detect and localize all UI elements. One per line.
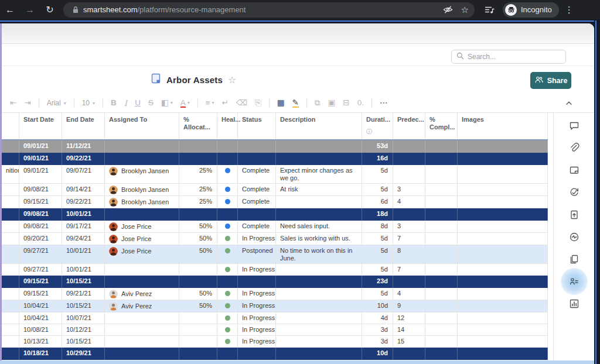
cell-start-date[interactable]: 09/08/21 — [19, 208, 62, 221]
cell-allocation[interactable] — [179, 324, 217, 335]
table-row[interactable]: 09/08/2110/01/2118d — [2, 208, 548, 221]
proofs-icon[interactable] — [569, 165, 579, 176]
cell-duration[interactable]: 3d — [362, 324, 393, 335]
attachments-icon[interactable] — [569, 143, 579, 153]
cell-duration[interactable]: 16d — [362, 153, 393, 165]
cell-task-name[interactable] — [2, 300, 19, 312]
cell-description[interactable]: Expect minor changes as we go. — [276, 165, 362, 183]
publish-icon[interactable] — [569, 210, 579, 220]
cell-images[interactable] — [458, 336, 548, 347]
cell-predecessor[interactable]: 4 — [393, 288, 425, 300]
column-header[interactable]: Durati...ⓘ — [362, 113, 393, 139]
grid-view-icon[interactable]: ▦ — [277, 98, 285, 108]
number-format-icon[interactable]: 0. — [357, 98, 364, 108]
incognito-badge[interactable]: Incognito — [503, 2, 559, 18]
cell-assigned-to[interactable]: Jose Price — [105, 221, 179, 232]
cell-assigned-to[interactable] — [105, 348, 179, 360]
cell-allocation[interactable]: 50% — [179, 245, 217, 263]
cell-assigned-to[interactable]: Jose Price — [105, 245, 179, 263]
table-row[interactable]: 10/04/2110/07/21In Progress4d12 — [2, 313, 548, 324]
cell-images[interactable] — [458, 300, 548, 312]
cell-allocation[interactable]: 50% — [179, 300, 217, 312]
duration-info-icon[interactable]: ⓘ — [366, 128, 389, 135]
cell-description[interactable]: No time to work on this in June. — [276, 245, 362, 263]
column-header[interactable] — [2, 113, 19, 139]
cell-health[interactable] — [217, 348, 238, 360]
url-bar[interactable]: smartsheet.com/platform/resource-managem… — [63, 2, 475, 18]
fill-color-icon[interactable]: ◧▾ — [161, 98, 173, 108]
reload-button[interactable]: ↻ — [40, 4, 60, 15]
cell-health[interactable] — [217, 313, 238, 324]
favorite-star-icon[interactable]: ☆ — [228, 74, 236, 85]
cell-images[interactable] — [458, 245, 548, 263]
cell-start-date[interactable]: 10/18/21 — [19, 348, 62, 360]
cell-health[interactable] — [217, 153, 238, 165]
cell-task-name[interactable] — [2, 140, 19, 153]
cell-percent-complete[interactable] — [425, 153, 458, 165]
cell-task-name[interactable] — [2, 245, 19, 263]
table-row[interactable]: 09/15/2109/22/21Brooklyn Jansen25%Comple… — [2, 196, 548, 208]
cell-start-date[interactable]: 09/01/21 — [19, 140, 62, 153]
cell-predecessor[interactable] — [393, 208, 425, 221]
cell-duration[interactable]: 53d — [362, 140, 393, 153]
cell-assigned-to[interactable] — [105, 208, 179, 221]
cell-percent-complete[interactable] — [425, 276, 458, 288]
cell-start-date[interactable]: 09/27/21 — [19, 264, 62, 275]
outdent-icon[interactable]: ⇤ — [10, 98, 16, 108]
cell-health[interactable] — [217, 276, 238, 288]
cell-status[interactable]: Complete — [238, 165, 276, 183]
cell-task-name[interactable] — [2, 208, 19, 221]
cell-task-name[interactable] — [2, 276, 19, 288]
cell-assigned-to[interactable] — [105, 336, 179, 347]
cell-health[interactable] — [217, 324, 238, 335]
cell-description[interactable] — [276, 153, 362, 165]
column-header[interactable]: % Compl... — [425, 113, 458, 139]
cell-health[interactable] — [217, 196, 238, 208]
cell-duration[interactable]: 23d — [362, 276, 393, 288]
cell-status[interactable]: In Progress — [238, 313, 276, 324]
cell-allocation[interactable]: 50% — [179, 288, 217, 300]
cell-start-date[interactable]: 09/08/21 — [19, 221, 62, 232]
cell-assigned-to[interactable] — [105, 276, 179, 288]
cell-end-date[interactable]: 09/14/21 — [62, 184, 105, 195]
cell-status[interactable]: In Progress — [238, 233, 276, 245]
cell-start-date[interactable]: 09/20/21 — [19, 233, 62, 245]
collapse-panel-icon[interactable] — [564, 98, 574, 110]
cell-duration[interactable]: 10d — [362, 300, 393, 312]
cell-images[interactable] — [458, 324, 548, 335]
cell-end-date[interactable]: 09/17/21 — [62, 221, 105, 232]
strikethrough-icon[interactable]: S — [148, 98, 154, 108]
column-header[interactable]: Start Date — [19, 113, 62, 139]
table-row[interactable]: 10/04/2110/15/21Aviv Perez50%In Progress… — [2, 300, 548, 313]
cell-allocation[interactable] — [179, 208, 217, 221]
media-controls-icon[interactable] — [484, 5, 495, 15]
column-header[interactable]: Predec... — [393, 113, 425, 139]
cell-duration[interactable]: 5d — [362, 233, 393, 245]
cell-assigned-to[interactable]: Aviv Perez — [105, 300, 179, 312]
cell-duration[interactable]: 10d — [362, 348, 393, 360]
cell-percent-complete[interactable] — [425, 348, 458, 360]
cell-duration[interactable]: 5d — [362, 288, 393, 300]
cell-allocation[interactable] — [179, 153, 217, 165]
summary-icon[interactable] — [569, 298, 579, 309]
cell-end-date[interactable]: 10/01/21 — [62, 264, 105, 275]
cell-images[interactable] — [458, 264, 548, 275]
cell-images[interactable] — [458, 153, 548, 165]
cell-percent-complete[interactable] — [425, 300, 458, 312]
cell-percent-complete[interactable] — [425, 196, 458, 208]
cell-images[interactable] — [458, 208, 548, 221]
cell-allocation[interactable]: 25% — [179, 196, 217, 208]
cell-allocation[interactable] — [179, 348, 217, 360]
link-icon[interactable]: ⧉ — [315, 98, 321, 108]
column-header[interactable]: Images — [458, 113, 548, 139]
cell-health[interactable] — [217, 245, 238, 263]
cell-duration[interactable]: 5d — [362, 184, 393, 195]
cell-health[interactable] — [217, 208, 238, 221]
share-button[interactable]: Share — [530, 72, 571, 89]
cell-assigned-to[interactable]: Brooklyn Jansen — [105, 165, 179, 183]
cell-task-name[interactable] — [2, 324, 19, 335]
cell-description[interactable] — [276, 140, 362, 153]
eye-off-icon[interactable] — [443, 5, 453, 15]
cell-percent-complete[interactable] — [425, 336, 458, 347]
cell-description[interactable] — [276, 336, 362, 347]
